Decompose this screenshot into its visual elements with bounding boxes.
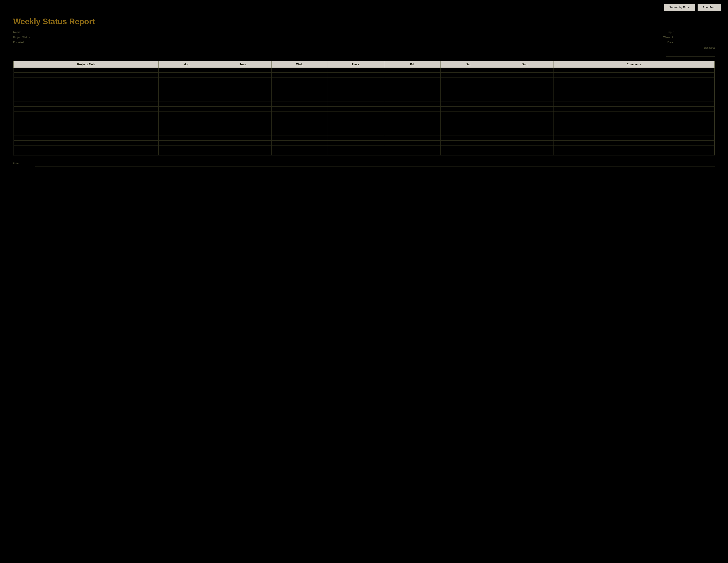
table-cell-input[interactable] bbox=[14, 68, 159, 72]
table-cell-input[interactable] bbox=[554, 107, 714, 111]
table-cell-input[interactable] bbox=[272, 111, 328, 116]
table-cell-input[interactable] bbox=[441, 87, 497, 92]
table-cell-input[interactable] bbox=[272, 141, 328, 145]
table-cell-input[interactable] bbox=[14, 73, 159, 77]
table-cell-input[interactable] bbox=[328, 68, 384, 72]
table-cell-input[interactable] bbox=[384, 73, 441, 77]
table-cell-input[interactable] bbox=[497, 126, 553, 131]
table-cell-input[interactable] bbox=[159, 87, 215, 92]
table-cell-input[interactable] bbox=[159, 107, 215, 111]
table-cell-input[interactable] bbox=[384, 131, 441, 135]
table-cell-input[interactable] bbox=[215, 107, 271, 111]
table-cell-input[interactable] bbox=[554, 121, 714, 126]
table-cell-input[interactable] bbox=[554, 150, 714, 155]
table-cell-input[interactable] bbox=[272, 77, 328, 82]
table-cell-input[interactable] bbox=[272, 102, 328, 106]
table-cell-input[interactable] bbox=[497, 111, 553, 116]
table-cell-input[interactable] bbox=[554, 73, 714, 77]
table-cell-input[interactable] bbox=[441, 141, 497, 145]
table-cell-input[interactable] bbox=[554, 131, 714, 135]
table-cell-input[interactable] bbox=[272, 82, 328, 87]
table-cell-input[interactable] bbox=[14, 97, 159, 102]
table-cell-input[interactable] bbox=[159, 77, 215, 82]
table-cell-input[interactable] bbox=[14, 102, 159, 106]
table-cell-input[interactable] bbox=[384, 121, 441, 126]
table-cell-input[interactable] bbox=[272, 136, 328, 140]
table-cell-input[interactable] bbox=[272, 68, 328, 72]
table-cell-input[interactable] bbox=[328, 92, 384, 97]
table-cell-input[interactable] bbox=[497, 107, 553, 111]
table-cell-input[interactable] bbox=[215, 150, 271, 155]
table-cell-input[interactable] bbox=[441, 145, 497, 150]
for-week-input[interactable] bbox=[33, 40, 82, 44]
table-cell-input[interactable] bbox=[14, 141, 159, 145]
table-cell-input[interactable] bbox=[554, 97, 714, 102]
table-cell-input[interactable] bbox=[497, 116, 553, 121]
table-cell-input[interactable] bbox=[14, 87, 159, 92]
table-cell-input[interactable] bbox=[497, 131, 553, 135]
print-form-button[interactable]: Print Form bbox=[698, 4, 721, 11]
table-cell-input[interactable] bbox=[441, 97, 497, 102]
table-cell-input[interactable] bbox=[384, 150, 441, 155]
table-cell-input[interactable] bbox=[441, 131, 497, 135]
table-cell-input[interactable] bbox=[14, 77, 159, 82]
table-cell-input[interactable] bbox=[554, 126, 714, 131]
table-cell-input[interactable] bbox=[384, 102, 441, 106]
table-cell-input[interactable] bbox=[441, 121, 497, 126]
table-cell-input[interactable] bbox=[441, 136, 497, 140]
table-cell-input[interactable] bbox=[328, 73, 384, 77]
table-cell-input[interactable] bbox=[554, 68, 714, 72]
submit-email-button[interactable]: Submit by Email bbox=[664, 4, 695, 11]
table-cell-input[interactable] bbox=[159, 141, 215, 145]
table-cell-input[interactable] bbox=[328, 131, 384, 135]
table-cell-input[interactable] bbox=[215, 145, 271, 150]
table-cell-input[interactable] bbox=[14, 131, 159, 135]
table-cell-input[interactable] bbox=[554, 111, 714, 116]
table-cell-input[interactable] bbox=[215, 116, 271, 121]
table-cell-input[interactable] bbox=[384, 141, 441, 145]
table-cell-input[interactable] bbox=[441, 82, 497, 87]
table-cell-input[interactable] bbox=[159, 92, 215, 97]
table-cell-input[interactable] bbox=[159, 73, 215, 77]
table-cell-input[interactable] bbox=[497, 92, 553, 97]
table-cell-input[interactable] bbox=[272, 107, 328, 111]
table-cell-input[interactable] bbox=[328, 77, 384, 82]
table-cell-input[interactable] bbox=[384, 97, 441, 102]
table-cell-input[interactable] bbox=[328, 121, 384, 126]
table-cell-input[interactable] bbox=[441, 126, 497, 131]
table-cell-input[interactable] bbox=[441, 68, 497, 72]
table-cell-input[interactable] bbox=[159, 150, 215, 155]
table-cell-input[interactable] bbox=[384, 92, 441, 97]
table-cell-input[interactable] bbox=[497, 145, 553, 150]
table-cell-input[interactable] bbox=[272, 131, 328, 135]
table-cell-input[interactable] bbox=[159, 126, 215, 131]
table-cell-input[interactable] bbox=[384, 87, 441, 92]
table-cell-input[interactable] bbox=[159, 111, 215, 116]
table-cell-input[interactable] bbox=[497, 141, 553, 145]
table-cell-input[interactable] bbox=[215, 97, 271, 102]
table-cell-input[interactable] bbox=[554, 102, 714, 106]
table-cell-input[interactable] bbox=[272, 116, 328, 121]
table-cell-input[interactable] bbox=[441, 111, 497, 116]
table-cell-input[interactable] bbox=[215, 111, 271, 116]
table-cell-input[interactable] bbox=[497, 87, 553, 92]
table-cell-input[interactable] bbox=[328, 141, 384, 145]
table-cell-input[interactable] bbox=[159, 102, 215, 106]
table-cell-input[interactable] bbox=[159, 145, 215, 150]
table-cell-input[interactable] bbox=[441, 73, 497, 77]
table-cell-input[interactable] bbox=[497, 150, 553, 155]
table-cell-input[interactable] bbox=[272, 97, 328, 102]
table-cell-input[interactable] bbox=[215, 102, 271, 106]
table-cell-input[interactable] bbox=[384, 145, 441, 150]
table-cell-input[interactable] bbox=[384, 107, 441, 111]
table-cell-input[interactable] bbox=[384, 77, 441, 82]
table-cell-input[interactable] bbox=[554, 92, 714, 97]
table-cell-input[interactable] bbox=[497, 82, 553, 87]
table-cell-input[interactable] bbox=[328, 102, 384, 106]
table-cell-input[interactable] bbox=[554, 141, 714, 145]
table-cell-input[interactable] bbox=[215, 77, 271, 82]
table-cell-input[interactable] bbox=[441, 102, 497, 106]
table-cell-input[interactable] bbox=[159, 131, 215, 135]
table-cell-input[interactable] bbox=[554, 145, 714, 150]
table-cell-input[interactable] bbox=[159, 68, 215, 72]
